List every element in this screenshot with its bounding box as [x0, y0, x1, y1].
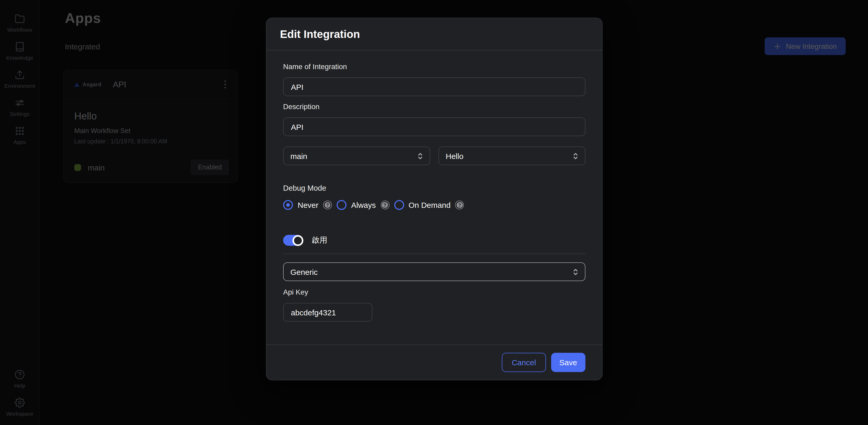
- provider-select[interactable]: Generic: [283, 262, 585, 281]
- radio-option-on-demand: On Demand ?: [394, 200, 464, 210]
- radio-always[interactable]: [337, 200, 346, 210]
- dialog-header: Edit Integration: [267, 18, 602, 51]
- name-input[interactable]: [283, 78, 585, 96]
- radio-on-demand[interactable]: [394, 200, 404, 210]
- name-field-label: Name of Integration: [283, 62, 585, 71]
- radio-on-demand-label: On Demand: [408, 201, 451, 209]
- toggle-knob: [292, 235, 303, 246]
- debug-mode-label: Debug Mode: [283, 184, 585, 192]
- save-button[interactable]: Save: [551, 353, 585, 372]
- chevron-updown-icon: [573, 268, 578, 276]
- help-icon[interactable]: ?: [323, 201, 332, 209]
- api-key-input[interactable]: [283, 303, 372, 322]
- radio-never-label: Never: [298, 201, 318, 209]
- api-key-label: Api Key: [283, 288, 585, 296]
- dialog-body: Name of Integration Description main Hel…: [267, 51, 602, 322]
- chevron-updown-icon: [417, 152, 423, 160]
- workflow-set-select[interactable]: Hello: [438, 147, 585, 165]
- chevron-updown-icon: [573, 152, 578, 160]
- radio-option-always: Always ?: [337, 200, 389, 210]
- radio-always-label: Always: [351, 201, 376, 209]
- debug-mode-radio-group: Never ? Always ? On Demand ?: [283, 200, 585, 210]
- dialog-title: Edit Integration: [280, 28, 360, 40]
- app-window: Workflows Knowledge Environment Settings…: [0, 0, 868, 425]
- section-divider: [283, 253, 585, 254]
- provider-select-value: Generic: [290, 267, 318, 276]
- radio-never[interactable]: [283, 200, 293, 210]
- enable-toggle[interactable]: [283, 235, 303, 246]
- enable-toggle-label: 啟用: [312, 235, 327, 245]
- help-icon[interactable]: ?: [455, 201, 464, 209]
- workflow-select-value: main: [290, 151, 307, 160]
- select-row: main Hello: [283, 147, 585, 165]
- help-icon[interactable]: ?: [380, 201, 389, 209]
- workflow-select[interactable]: main: [283, 147, 430, 165]
- description-input[interactable]: [283, 117, 585, 136]
- enable-toggle-row: 啟用: [283, 235, 585, 246]
- cancel-button[interactable]: Cancel: [502, 353, 546, 372]
- dialog-footer: Cancel Save: [267, 344, 602, 380]
- radio-option-never: Never ?: [283, 200, 332, 210]
- edit-integration-dialog: Edit Integration Name of Integration Des…: [266, 18, 602, 380]
- workflow-set-select-value: Hello: [446, 151, 463, 160]
- description-field-label: Description: [283, 102, 585, 111]
